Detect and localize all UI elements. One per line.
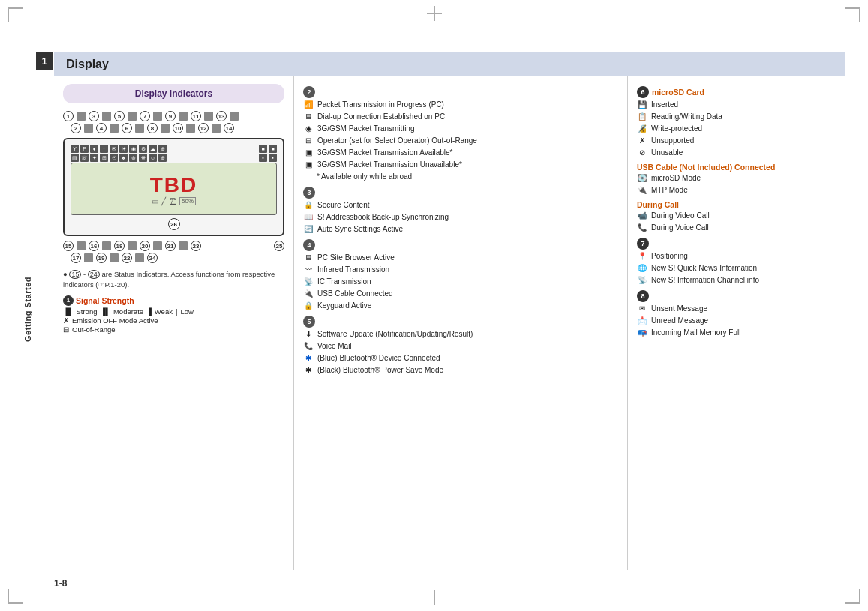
- text-unusable: Unusable: [651, 148, 836, 158]
- status-icon-s5: ☉: [110, 154, 118, 162]
- status-row-2: ▤ ☏ ✦ ⊞ ☉ ♣ ⊛ ❋ ☺ ⊕ ▪ ▪: [71, 154, 277, 162]
- text-auto-sync: Auto Sync Settings Active: [317, 224, 618, 235]
- during-call-title: During Call: [637, 200, 836, 209]
- note-text: ● 15 - 24 are Status Indicators. Access …: [63, 269, 284, 289]
- status-icon-s12: ▪: [269, 154, 277, 162]
- num-circle-2: 2: [71, 123, 81, 133]
- text-bt-black: (Black) Bluetooth® Power Save Mode: [317, 365, 618, 376]
- icon-auto-sync: 🔄: [303, 224, 314, 235]
- page-number: 1-8: [54, 578, 67, 589]
- left-panel: Display Indicators 1 3 5 7 9 11 13: [54, 76, 294, 570]
- text-3g-avail: 3G/GSM Packet Transmission Available*: [317, 148, 618, 158]
- num-circle-21: 21: [165, 241, 176, 251]
- signal-icon-moderate: ▐▌: [100, 307, 110, 316]
- status-icon-s3: ✦: [90, 154, 98, 162]
- item-rw-data: 📋 Reading/Writing Data: [637, 112, 836, 122]
- icon-ph-2: [84, 124, 93, 133]
- text-voice-call: During Voice Call: [651, 223, 836, 233]
- indicators-box-title: Display Indicators: [135, 88, 212, 99]
- icon-ph-21: [179, 241, 188, 250]
- status-icon-5: ✉: [110, 145, 118, 153]
- num-circle-14: 14: [224, 123, 234, 133]
- icon-packet-progress: 📶: [303, 100, 314, 110]
- text-infrared: Infrared Transmission: [317, 265, 618, 275]
- num-circle-13: 13: [216, 111, 227, 121]
- section3-header: 3: [303, 187, 618, 199]
- item-unsent: ✉ Unsent Message: [637, 304, 836, 314]
- text-mail-full: Incoming Mail Memory Full: [651, 328, 836, 338]
- text-inserted: Inserted: [651, 100, 836, 110]
- icon-write-protected: 🔏: [637, 124, 647, 134]
- num-circle-16: 16: [89, 241, 99, 251]
- item-inserted: 💾 Inserted: [637, 100, 836, 110]
- signal-icon-emission: ✗: [63, 316, 69, 325]
- status-icon-9: ☁: [149, 145, 157, 153]
- section2-header: 2: [303, 86, 618, 98]
- num-circle-18: 18: [114, 241, 125, 251]
- signal-label-emission: Emission OFF Mode Active: [72, 316, 158, 325]
- icon-secure: 🔒: [303, 200, 314, 211]
- icon-dialup: 🖥: [303, 112, 314, 122]
- text-rw-data: Reading/Writing Data: [651, 112, 836, 122]
- item-video-call: 📹 During Video Call: [637, 211, 836, 221]
- text-abroad-note: * Available only while abroad: [317, 172, 618, 182]
- icon-voice-call: 📞: [637, 223, 647, 233]
- icon-bt-black: ✱: [303, 365, 314, 376]
- text-mtp-mode: MTP Mode: [651, 185, 836, 196]
- icon-addressbook: 📖: [303, 212, 314, 223]
- item-pc-browser: 🖥 PC Site Browser Active: [303, 253, 618, 263]
- status-icon-6: ☀: [119, 145, 128, 153]
- signal-icon-weak: ▐: [146, 307, 152, 316]
- icon-mtp-mode: 🔌: [637, 185, 647, 196]
- status-icon-11: ■: [259, 145, 267, 153]
- item-positioning: 📍 Positioning: [637, 251, 836, 262]
- num-row-2: 2 4 6 8 10 12 14: [63, 123, 284, 133]
- section4-header: 4: [303, 239, 618, 251]
- num-circle-25: 25: [274, 241, 284, 251]
- item-microsd-mode: 💽 microSD Mode: [637, 173, 836, 184]
- icon-infrared: 〰: [303, 265, 314, 275]
- battery-icon: 50%: [179, 197, 196, 205]
- icon-ph-16: [102, 241, 111, 250]
- num-circle-6: 6: [122, 123, 132, 133]
- item-ic-trans: 📡 IC Transmission: [303, 277, 618, 287]
- right-panel: 6 microSD Card 💾 Inserted 📋 Reading/Writ…: [628, 76, 845, 570]
- text-addressbook: S! Addressbook Back-up Synchronizing: [317, 212, 618, 223]
- icon-ph-7: [153, 112, 162, 121]
- icon-ph-8: [161, 124, 170, 133]
- num-circle-8: 8: [147, 123, 158, 133]
- indicators-box: Display Indicators: [63, 84, 284, 103]
- item-unusable: ⊘ Unusable: [637, 148, 836, 158]
- num-circle-24: 24: [147, 253, 158, 263]
- section8-header: 8: [637, 290, 836, 302]
- icon-ph-11: [204, 112, 213, 121]
- icon-ph-20: [153, 241, 162, 250]
- num-circle-10: 10: [173, 123, 183, 133]
- icon-usb-cable: 🔌: [303, 289, 314, 299]
- status-icon-12: ■: [269, 145, 277, 153]
- status-icon-s4: ⊞: [100, 154, 108, 162]
- signal-label-strong: Strong: [76, 307, 97, 316]
- icon-keyguard: 🔒: [303, 301, 314, 311]
- phone-screen: TBD ▭ ╱ ⛱ 50%: [71, 163, 277, 215]
- item-packet-progress: 📶 Packet Transmission in Progress (PC): [303, 100, 618, 110]
- item-infrared: 〰 Infrared Transmission: [303, 265, 618, 275]
- text-keyguard: Keyguard Active: [317, 301, 618, 311]
- icon-ph-1: [77, 112, 86, 121]
- num-circle-15: 15: [63, 241, 74, 251]
- icon-ic-trans: 📡: [303, 277, 314, 287]
- num-circle-3: 3: [89, 111, 99, 121]
- status-icon-s7: ⊛: [129, 154, 137, 162]
- text-positioning: Positioning: [651, 251, 836, 262]
- mid-panel: 2 📶 Packet Transmission in Progress (PC)…: [294, 76, 628, 570]
- text-secure: Secure Content: [317, 200, 618, 211]
- signal-row-2: ✗ Emission OFF Mode Active: [63, 316, 284, 325]
- section5-circle: 5: [303, 316, 315, 328]
- item-quick-news: 🌐 New S! Quick News Information: [637, 263, 836, 274]
- microsd-title: microSD Card: [652, 88, 704, 97]
- item-3g-packet: ◉ 3G/GSM Packet Transmitting: [303, 124, 618, 134]
- text-pc-browser: PC Site Browser Active: [317, 253, 618, 263]
- item-operator-oor: ⊟ Operator (set for Select Operator) Out…: [303, 136, 618, 146]
- num-circle-17: 17: [71, 253, 81, 263]
- icon-unsent: ✉: [637, 304, 647, 314]
